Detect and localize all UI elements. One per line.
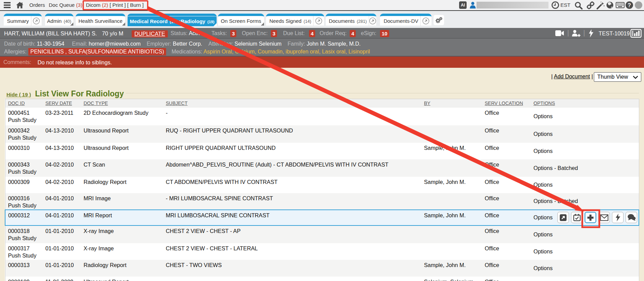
svg-text:?: ? (628, 2, 631, 8)
